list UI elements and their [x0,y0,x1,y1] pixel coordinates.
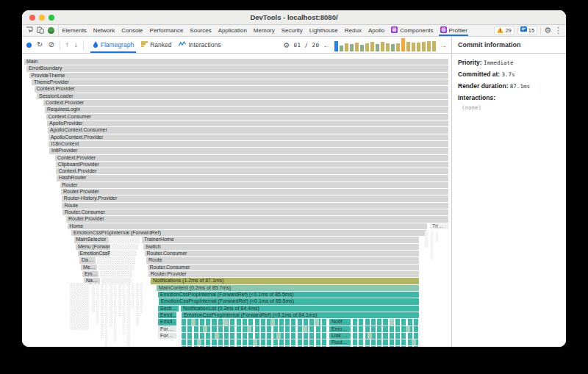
tab-apollo[interactable]: Apollo [365,25,387,36]
flame-node-emotioncsspropint[interactable]: EmotionCssPropInt… [78,251,110,256]
flame-node-context-consumer[interactable]: Context.Consumer [46,114,449,120]
flame-node-route[interactable]: Route [62,203,448,209]
download-profile-icon[interactable]: ↓ [74,41,78,48]
flame-node-notifications-1-2ms-of-87-1ms[interactable]: Notifications (1.2ms of 87.1ms) [151,278,419,284]
commit-bar-13[interactable] [396,43,401,51]
flame-node-hashrouter[interactable]: HashRouter [57,175,448,181]
profiler-settings-gear-icon[interactable]: ⚙ [283,41,290,49]
clear-profile-icon[interactable]: ⊘ [48,41,54,48]
view-tab-interactions[interactable]: Interactions [175,37,224,53]
next-commit-arrow-icon[interactable]: → [440,41,447,49]
flame-node-emot[interactable]: Emot… [158,312,176,318]
tab-application[interactable]: Application [215,25,250,36]
window-titlebar[interactable]: DevTools - localhost:8080/ [22,10,566,25]
tab-elements[interactable]: Elements [59,25,90,36]
flame-node-router-consumer[interactable]: Router.Consumer [145,251,420,256]
record-button[interactable] [26,43,32,48]
commit-bar-16[interactable] [412,43,416,51]
flame-node-errorboundary[interactable]: ErrorBoundary [26,65,448,71]
view-tab-flamegraph[interactable]: Flamegraph [89,37,137,53]
flame-node-tri[interactable]: Tri… [430,223,448,229]
upload-profile-icon[interactable]: ↑ [65,41,69,48]
commit-bar-18[interactable] [422,42,426,51]
commit-bar-14[interactable] [401,38,406,51]
flame-node-home[interactable]: Home [68,223,428,229]
commit-bar-7[interactable] [365,43,370,51]
warnings-badge[interactable]: 29 [494,26,514,35]
flame-node-apollocontext-provider[interactable]: ApolloContext.Provider [49,134,448,140]
commit-bar-8[interactable] [370,42,375,51]
commit-bar-12[interactable] [391,44,395,51]
flame-node-em[interactable]: Em… [82,271,98,277]
kebab-menu-icon[interactable]: ⋮ [554,26,562,35]
flame-node-clipboardprovider[interactable]: ClipboardProvider [56,162,448,168]
tab-console[interactable]: Console [118,25,146,36]
commit-bar-1[interactable] [334,41,339,51]
tab-components[interactable]: Components [388,25,437,36]
flame-node-secti[interactable]: Secti… [158,306,179,312]
flame-node-requireslogin[interactable]: RequiresLogin [45,107,448,112]
flame-node-router-consumer[interactable]: Router.Consumer [148,265,420,270]
flame-node-emo[interactable]: Emo… [329,326,351,332]
flame-node-for[interactable]: For… [158,326,176,332]
flame-node-trainerhome[interactable]: TrainerHome [142,237,419,242]
flame-node-rout[interactable]: Rout… [329,339,351,345]
flame-node-link[interactable]: Link … [329,333,351,339]
flame-node-apollocontext-consumer[interactable]: ApolloContext.Consumer [48,127,448,133]
flame-node-router-consumer[interactable]: Router.Consumer [62,209,448,215]
tab-memory[interactable]: Memory [250,25,278,36]
settings-gear-icon[interactable]: ⚙ [544,26,551,35]
view-tab-ranked[interactable]: Ranked [137,37,175,53]
flame-node-main[interactable]: Main [24,59,448,65]
flame-node-maincontent-0-2ms-of-85-7ms[interactable]: MainContent (0.2ms of 85.7ms) [157,285,419,291]
reload-profile-icon[interactable]: ↻ [37,41,43,48]
commit-bar-10[interactable] [381,42,385,51]
tab-performance[interactable]: Performance [146,25,187,36]
flame-node-route[interactable]: Route [146,257,419,263]
commit-bar-6[interactable] [360,45,365,51]
prev-commit-arrow-icon[interactable]: ← [323,41,331,49]
flame-node-mainselector[interactable]: MainSelector [74,237,109,242]
minimize-button[interactable] [39,15,45,21]
commit-bar-19[interactable] [427,41,431,51]
commit-bar-9[interactable] [376,44,380,51]
tab-security[interactable]: Security [278,25,306,36]
commit-bar-3[interactable] [345,43,349,51]
flame-node-for[interactable]: For… [158,333,176,339]
flame-node-apolloprovider[interactable]: ApolloProvider [47,121,448,126]
flame-node-router-history-provider[interactable]: Router-History.Provider [62,195,448,201]
zoom-button[interactable] [49,15,54,21]
commit-bar-11[interactable] [386,43,390,51]
tab-sources[interactable]: Sources [187,25,215,36]
extension-dot-icon[interactable] [48,27,54,34]
flame-node-router-provider[interactable]: Router.Provider [148,271,419,277]
flame-node-router[interactable]: Router [60,182,449,188]
flame-node-context-provider[interactable]: Context.Provider [35,86,449,92]
flame-node-providetheme[interactable]: ProvideTheme [29,73,449,79]
flame-node-emotioncsspropinternal-forwardref-0-1ms-[interactable]: EmotionCssPropInternal (ForwardRef) (<0.… [158,292,419,298]
commit-bar-4[interactable] [350,44,354,51]
flame-node-me[interactable]: Me… [81,265,97,270]
flame-node-intlprovider[interactable]: IntlProvider [49,148,448,154]
tab-profiler[interactable]: Profiler [437,25,470,36]
flame-node-menu-forwardref[interactable]: Menu (ForwardRef) [76,244,110,250]
inspect-icon[interactable] [26,26,33,35]
tab-network[interactable]: Network [90,25,118,36]
flame-node-da[interactable]: Da… [79,257,96,263]
flame-node-router-provider[interactable]: Router.Provider [66,216,448,222]
close-button[interactable] [29,15,35,21]
flame-node-sessionloader[interactable]: SessionLoader [37,93,448,99]
flame-node-notificationlist-0-3ms-of-84-4ms[interactable]: NotificationList (0.3ms of 84.4ms) [181,306,419,312]
flame-node-context-provider[interactable]: Context.Provider [43,100,448,106]
flame-node-i18ncontext[interactable]: I18nContext [49,141,448,147]
commit-bar-20[interactable] [432,41,437,51]
flame-node-router-provider[interactable]: Router.Provider [61,189,448,195]
commit-bar-2[interactable] [340,46,344,51]
flame-node-emotioncsspropinternal-forwardref[interactable]: EmotionCssPropInternal (ForwardRef) [71,230,426,236]
flame-node-link[interactable]: Link [329,346,351,347]
flame-node-emotioncsspropinternal-forwardref-0-1ms-[interactable]: EmotionCssPropInternal (ForwardRef) (<0.… [159,298,419,304]
commit-bar-15[interactable] [406,42,411,51]
flame-node-emotioncsspropinternal-forwardref-0-1ms-[interactable]: EmotionCssPropInternal (ForwardRef) (<0.… [182,312,419,318]
device-toolbar-icon[interactable] [37,26,44,35]
flame-node-notif[interactable]: Notif… [329,319,351,325]
